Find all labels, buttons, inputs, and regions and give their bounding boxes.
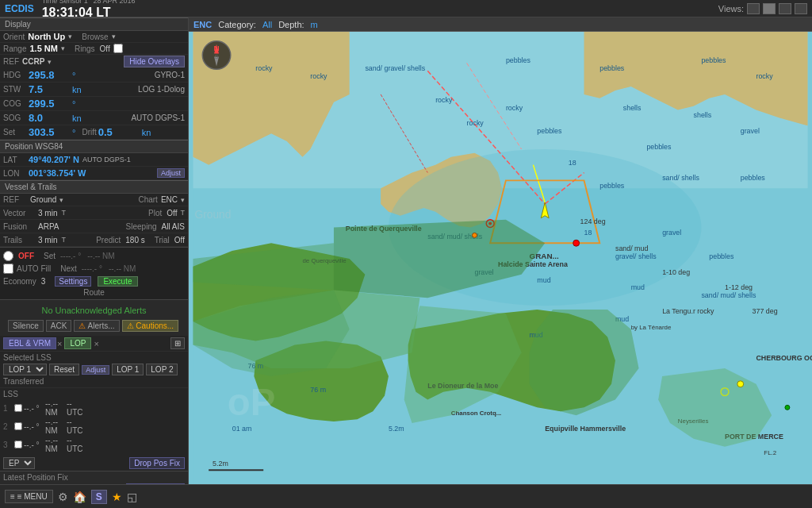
fusion-value[interactable]: ARPA <box>38 222 59 231</box>
stw-source[interactable]: LOG 1-Dolog <box>138 85 185 94</box>
economy-value[interactable]: 3 <box>41 277 46 286</box>
hdg-deg: ° <box>72 71 75 80</box>
no-alerts-text: No Unacknowledged Alerts <box>5 302 183 318</box>
alerts-btn[interactable]: ⚠ Alerts... <box>74 320 119 332</box>
trails-t[interactable]: T <box>61 236 66 244</box>
settings-btn[interactable]: Settings <box>55 276 91 287</box>
view-btn-1[interactable] <box>747 3 760 14</box>
range-value[interactable]: 1.5 NM <box>29 44 57 53</box>
svg-text:01 am: 01 am <box>232 425 252 433</box>
adjust-position-btn[interactable]: Adjust <box>157 168 185 178</box>
next-label: Next <box>60 264 77 273</box>
svg-text:pebbles: pebbles <box>709 252 734 260</box>
vessel-ref-arrow[interactable]: ▾ <box>59 196 63 204</box>
browse-label[interactable]: Browse <box>82 33 108 41</box>
svg-text:mud: mud <box>537 276 550 284</box>
chart-arrow[interactable]: ▾ <box>181 196 185 204</box>
svg-text:pebbles: pebbles <box>646 143 672 151</box>
lat-source[interactable]: AUTO DGPS-1 <box>82 156 131 164</box>
range-arrow[interactable]: ▾ <box>61 44 65 52</box>
ebl-vrm-tab[interactable]: EBL & VRM <box>3 337 56 349</box>
auto-fill-checkbox[interactable] <box>3 264 13 274</box>
trial-label: Trial <box>155 236 170 244</box>
view-btn-2[interactable] <box>763 3 776 14</box>
settings-icon[interactable]: ⚙ <box>58 491 68 503</box>
ep-select[interactable]: EP <box>3 457 35 469</box>
view-btn-4[interactable] <box>795 3 807 14</box>
lss-row-3: 3 --.- ° --.-- NM -- UTC <box>3 436 185 453</box>
trial-value[interactable]: Off <box>174 236 185 244</box>
set-value: 303.5 <box>29 126 72 138</box>
execute-btn[interactable]: Execute <box>98 276 137 287</box>
lop1-btn[interactable]: LOP 1 <box>112 364 144 375</box>
sleeping-value[interactable]: All AIS <box>162 222 185 231</box>
depth-unit[interactable]: m <box>311 20 318 29</box>
stw-value: 7.5 <box>29 83 72 95</box>
vessel-ref-label: REF <box>3 195 27 204</box>
svg-text:pebbles: pebbles <box>506 56 531 64</box>
lss-cb-1[interactable] <box>14 404 22 412</box>
home-icon[interactable]: 🏠 <box>73 491 86 503</box>
rings-value[interactable]: Off <box>100 44 110 53</box>
orient-arrow[interactable]: ▾ <box>68 33 72 40</box>
lss-cb-2[interactable] <box>14 422 22 430</box>
economy-row: Economy 3 Settings Execute <box>3 275 185 287</box>
lon-label: LON <box>3 169 29 178</box>
stw-unit: kn <box>72 85 82 94</box>
vector-value[interactable]: 3 min <box>38 209 57 217</box>
lop1-select[interactable]: LOP 1 <box>3 364 47 375</box>
lss-adjust-btn[interactable]: Adjust <box>82 365 109 375</box>
lop2-btn[interactable]: LOP 2 <box>146 364 178 375</box>
lss-cb-3[interactable] <box>14 441 22 448</box>
orient-value[interactable]: North Up <box>28 32 65 41</box>
cautions-btn[interactable]: ⚠ Cautions... <box>122 320 179 332</box>
vessel-trails-header: Vessel & Trails <box>0 180 188 194</box>
cog-deg: ° <box>72 99 75 109</box>
rings-checkbox[interactable] <box>113 44 123 53</box>
view-btn-3[interactable] <box>779 3 791 14</box>
lss-reset-btn[interactable]: Reset <box>49 364 79 375</box>
lop-tab[interactable]: LOP <box>64 337 91 349</box>
lop-close-icon[interactable]: × <box>94 339 98 348</box>
chart-icon[interactable]: ◱ <box>127 491 137 503</box>
browse-arrow[interactable]: ▾ <box>112 33 116 40</box>
traj-off-radio[interactable] <box>3 251 13 261</box>
svg-point-72 <box>785 405 790 410</box>
left-panel: Display Orient North Up ▾ Browse ▾ Range… <box>0 17 189 508</box>
ref-value[interactable]: CCRP <box>22 57 44 66</box>
category-value[interactable]: All <box>262 20 272 29</box>
svg-text:rocky: rocky <box>467 119 485 127</box>
hide-overlays-btn[interactable]: Hide Overlays <box>124 56 185 67</box>
transferred-label: Transferred <box>3 377 185 386</box>
svg-text:18: 18 <box>569 159 576 167</box>
vessel-ref-value[interactable]: Ground <box>30 195 56 204</box>
chart-value[interactable]: ENC <box>161 195 178 204</box>
caution-icon: ⚠ <box>127 321 134 330</box>
range-label: Range <box>3 44 26 53</box>
lss-nm-3: --.-- NM <box>45 436 65 453</box>
predict-value[interactable]: 180 s <box>125 236 144 244</box>
trails-value[interactable]: 3 min <box>38 236 57 244</box>
set-deg-value: ----.- ° <box>60 252 81 260</box>
silence-btn[interactable]: Silence <box>8 320 44 332</box>
map-area[interactable]: N S rocky rocky sand/ gravel/ shells peb… <box>189 32 812 484</box>
menu-btn[interactable]: ≡ ≡ MENU <box>5 490 53 503</box>
ebl-close-icon[interactable]: × <box>57 339 62 348</box>
star-icon[interactable]: ★ <box>112 491 122 503</box>
lss-deg-2: --.- ° <box>24 422 44 431</box>
plot-t[interactable]: T <box>181 209 186 217</box>
s-label[interactable]: S <box>91 490 107 504</box>
svg-text:La Tengu.r rocky: La Tengu.r rocky <box>662 307 714 315</box>
plot-value[interactable]: Off <box>167 209 177 217</box>
grid-btn[interactable]: ⊞ <box>170 337 185 349</box>
ref-arrow[interactable]: ▾ <box>48 58 52 66</box>
svg-text:sand/ shells: sand/ shells <box>662 174 699 182</box>
hdg-source[interactable]: GYRO-1 <box>155 71 185 79</box>
time-block: Time Sensor 1 28 APR 2016 18:31:04 LT <box>42 0 136 21</box>
drop-pos-fix-btn[interactable]: Drop Pos Fix <box>129 457 185 469</box>
svg-text:S: S <box>215 54 219 60</box>
sog-source[interactable]: AUTO DGPS-1 <box>131 114 185 122</box>
vector-t[interactable]: T <box>61 209 66 217</box>
ack-btn[interactable]: ACK <box>46 320 72 332</box>
range-row: Range 1.5 NM ▾ Rings Off <box>0 43 188 55</box>
